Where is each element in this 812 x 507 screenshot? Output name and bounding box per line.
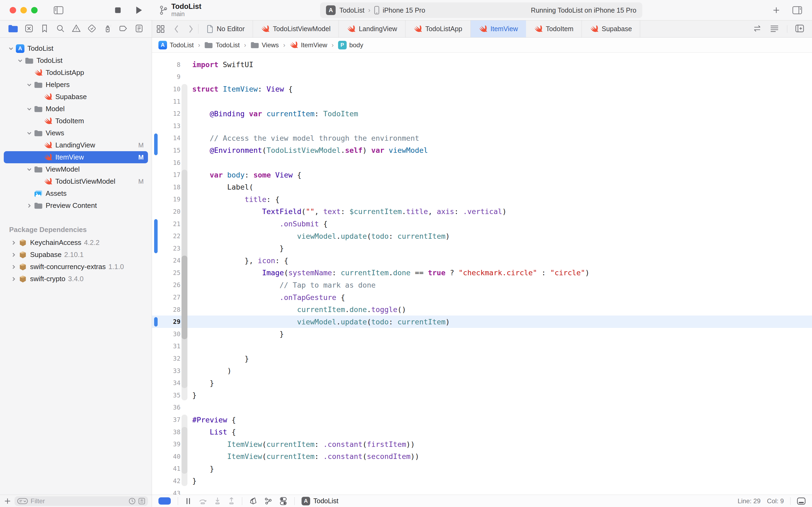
change-indicator-bar[interactable] bbox=[154, 133, 158, 155]
sidebar-item-landingview[interactable]: LandingViewM bbox=[4, 139, 148, 151]
sidebar-item-todolist[interactable]: TodoList bbox=[4, 55, 148, 67]
code-line-19[interactable]: 19 title: { bbox=[152, 193, 812, 206]
line-number[interactable]: 35 bbox=[161, 392, 180, 399]
sidebar-item-todolist[interactable]: ATodoList bbox=[4, 43, 148, 55]
disclosure-right-icon[interactable] bbox=[26, 203, 33, 209]
code-line-37[interactable]: 37#Preview { bbox=[152, 413, 812, 426]
code-line-43[interactable]: 43 bbox=[152, 487, 812, 495]
sidebar-item-todoitem[interactable]: TodoItem bbox=[4, 115, 148, 127]
code-line-8[interactable]: 8import SwiftUI bbox=[152, 59, 812, 71]
code-line-40[interactable]: 40 ItemView(currentItem: .constant(secon… bbox=[152, 450, 812, 463]
memory-graph-icon[interactable] bbox=[264, 497, 272, 505]
sidebar-item-todolistviewmodel[interactable]: TodoListViewModelM bbox=[4, 175, 148, 187]
disclosure-down-icon[interactable] bbox=[7, 46, 14, 52]
code-line-14[interactable]: 14 // Access the view model through the … bbox=[152, 132, 812, 145]
sidebar-item-itemview[interactable]: ItemViewM bbox=[4, 151, 148, 163]
running-process[interactable]: A TodoList bbox=[301, 497, 338, 505]
line-number[interactable]: 20 bbox=[161, 208, 180, 215]
disclosure-right-icon[interactable] bbox=[10, 240, 17, 246]
breadcrumb-item-itemview[interactable]: ItemView bbox=[289, 41, 327, 49]
line-number[interactable]: 31 bbox=[161, 343, 180, 350]
code-line-33[interactable]: 33 ) bbox=[152, 365, 812, 377]
line-number[interactable]: 16 bbox=[161, 159, 180, 166]
zoom-window-button[interactable] bbox=[31, 7, 38, 13]
navigator-reports-icon[interactable] bbox=[134, 24, 143, 34]
code-line-41[interactable]: 41 } bbox=[152, 463, 812, 475]
sidebar-item-todolistapp[interactable]: TodoListApp bbox=[4, 67, 148, 79]
tab-todoitem[interactable]: TodoItem bbox=[526, 20, 582, 37]
line-number[interactable]: 15 bbox=[161, 147, 180, 154]
line-number[interactable]: 43 bbox=[161, 490, 180, 495]
source-control-filter-icon[interactable] bbox=[138, 498, 145, 505]
sidebar-item-viewmodel[interactable]: ViewModel bbox=[4, 163, 148, 175]
disclosure-down-icon[interactable] bbox=[26, 106, 33, 112]
line-number[interactable]: 21 bbox=[161, 220, 180, 227]
navigator-issues-icon[interactable] bbox=[72, 24, 81, 34]
sidebar-item-assets[interactable]: Assets bbox=[4, 187, 148, 200]
toggle-left-sidebar-icon[interactable] bbox=[54, 6, 63, 14]
breakpoints-toggle[interactable] bbox=[159, 497, 171, 505]
fold-ribbon-segment[interactable] bbox=[181, 427, 187, 474]
pause-execution-icon[interactable] bbox=[185, 497, 191, 505]
environment-overrides-icon[interactable] bbox=[279, 497, 287, 505]
code-line-38[interactable]: 38 List { bbox=[152, 426, 812, 438]
related-items-icon[interactable] bbox=[753, 24, 762, 34]
line-number[interactable]: 37 bbox=[161, 416, 180, 423]
code-line-42[interactable]: 42} bbox=[152, 475, 812, 487]
disclosure-down-icon[interactable] bbox=[26, 82, 33, 88]
navigator-find-icon[interactable] bbox=[56, 24, 65, 34]
sidebar-item-supabase[interactable]: Supabase bbox=[4, 91, 148, 103]
code-line-18[interactable]: 18 Label( bbox=[152, 181, 812, 193]
code-line-22[interactable]: 22 viewModel.update(todo: currentItem) bbox=[152, 230, 812, 242]
line-number[interactable]: 23 bbox=[161, 245, 180, 252]
tab-landingview[interactable]: LandingView bbox=[339, 20, 405, 37]
step-over-icon[interactable] bbox=[198, 497, 207, 505]
stop-button[interactable] bbox=[114, 7, 121, 14]
line-number[interactable]: 9 bbox=[161, 73, 180, 80]
line-number[interactable]: 24 bbox=[161, 257, 180, 264]
tab-todolistviewmodel[interactable]: TodoListViewModel bbox=[253, 20, 339, 37]
adjust-editor-icon[interactable] bbox=[770, 24, 779, 34]
line-number[interactable]: 22 bbox=[161, 233, 180, 239]
forward-button[interactable] bbox=[184, 20, 198, 37]
line-number[interactable]: 26 bbox=[161, 281, 180, 288]
breadcrumb-item-todolist[interactable]: TodoList bbox=[205, 41, 239, 49]
run-destination[interactable]: iPhone 15 Pro bbox=[383, 6, 425, 14]
scheme-bar[interactable]: A TodoList › iPhone 15 Pro Running TodoL… bbox=[320, 2, 642, 18]
navigator-bookmarks-icon[interactable] bbox=[40, 24, 49, 34]
code-line-17[interactable]: 17 var body: some View { bbox=[152, 169, 812, 181]
scheme-name[interactable]: TodoList bbox=[339, 6, 364, 14]
tab-itemview[interactable]: ItemView bbox=[471, 20, 526, 37]
sidebar-item-views[interactable]: Views bbox=[4, 127, 148, 139]
disclosure-right-icon[interactable] bbox=[10, 276, 17, 282]
disclosure-right-icon[interactable] bbox=[10, 264, 17, 270]
tab-todolistapp[interactable]: TodoListApp bbox=[405, 20, 471, 37]
line-number[interactable]: 27 bbox=[161, 294, 180, 301]
add-editor-icon[interactable] bbox=[795, 24, 804, 34]
code-line-29[interactable]: 29 viewModel.update(todo: currentItem) bbox=[152, 316, 812, 328]
line-number[interactable]: 18 bbox=[161, 184, 180, 191]
code-line-32[interactable]: 32 } bbox=[152, 352, 812, 365]
toggle-debug-area-icon[interactable] bbox=[797, 497, 806, 505]
sidebar-item-helpers[interactable]: Helpers bbox=[4, 79, 148, 91]
package-item-swift-concurrency-extras[interactable]: swift-concurrency-extras1.1.0 bbox=[4, 261, 148, 273]
line-number[interactable]: 19 bbox=[161, 196, 180, 203]
fold-ribbon-segment[interactable] bbox=[181, 256, 187, 339]
line-number[interactable]: 42 bbox=[161, 477, 180, 485]
change-indicator-bar[interactable] bbox=[154, 317, 158, 327]
disclosure-down-icon[interactable] bbox=[26, 167, 33, 172]
step-out-icon[interactable] bbox=[228, 497, 235, 505]
editor-grid-icon[interactable] bbox=[152, 20, 169, 37]
code-line-10[interactable]: 10struct ItemView: View { bbox=[152, 83, 812, 95]
breadcrumb-item-todolist[interactable]: ATodoList bbox=[159, 41, 193, 49]
breadcrumb-item-body[interactable]: Pbody bbox=[338, 41, 363, 49]
line-number[interactable]: 33 bbox=[161, 368, 180, 374]
disclosure-right-icon[interactable] bbox=[10, 252, 17, 258]
close-window-button[interactable] bbox=[10, 7, 16, 13]
navigator-tests-icon[interactable] bbox=[87, 24, 97, 34]
add-tab-button[interactable] bbox=[772, 6, 780, 14]
breadcrumb-item-views[interactable]: Views bbox=[250, 41, 279, 49]
code-line-21[interactable]: 21 .onSubmit { bbox=[152, 218, 812, 230]
tab-no-editor[interactable]: No Editor bbox=[198, 20, 253, 37]
add-file-button[interactable] bbox=[4, 497, 11, 505]
